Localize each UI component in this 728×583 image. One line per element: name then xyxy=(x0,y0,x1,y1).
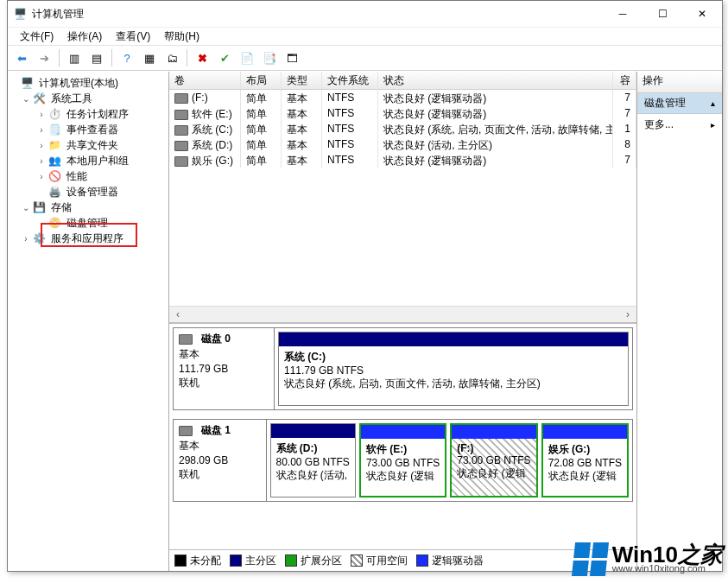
tree-root[interactable]: 计算机管理(本地) xyxy=(37,75,120,92)
tree-disk-management[interactable]: 磁盘管理 xyxy=(65,215,110,231)
scheduler-icon: ⏱️ xyxy=(47,107,61,121)
expander-icon[interactable]: › xyxy=(35,172,47,181)
properties-pane-button[interactable]: ▤ xyxy=(86,48,107,68)
menu-help[interactable]: 帮助(H) xyxy=(161,28,203,46)
disk-block: 磁盘 0基本111.79 GB联机系统 (C:)111.79 GB NTFS状态… xyxy=(173,327,633,410)
storage-icon: 💾 xyxy=(32,200,46,214)
toolbar: ⬅ ➔ ▥ ▤ ? ▦ 🗂 ✖ ✔ 📄 📑 🗔 xyxy=(8,46,722,71)
col-type[interactable]: 类型 xyxy=(282,72,322,89)
close-button[interactable]: ✕ xyxy=(682,1,722,27)
partition[interactable]: 软件 (E:)73.00 GB NTFS状态良好 (逻辑 xyxy=(359,423,446,497)
disk-block: 磁盘 1基本298.09 GB联机系统 (D:)80.00 GB NTFS状态良… xyxy=(173,419,633,502)
partition-body: 系统 (D:)80.00 GB NTFS状态良好 (活动, xyxy=(271,438,355,497)
legend-extended: 扩展分区 xyxy=(301,554,342,567)
disk-icon xyxy=(179,426,193,436)
expander-icon[interactable]: › xyxy=(35,110,47,119)
partition-title: (F:) xyxy=(457,442,473,454)
volume-row[interactable]: (F:)简单基本NTFS状态良好 (逻辑驱动器)7 xyxy=(169,90,636,105)
tree-local-users[interactable]: 本地用户和组 xyxy=(65,153,130,169)
disk-name: 磁盘 0 xyxy=(201,332,231,346)
disk-info: 磁盘 0基本111.79 GB联机 xyxy=(174,328,275,409)
volume-row[interactable]: 系统 (C:)简单基本NTFS状态良好 (系统, 启动, 页面文件, 活动, 故… xyxy=(169,121,636,136)
volume-icon xyxy=(174,141,188,151)
show-hide-tree-button[interactable]: ▥ xyxy=(64,48,85,68)
window-title: 计算机管理 xyxy=(32,7,603,22)
tree-system-tools[interactable]: 系统工具 xyxy=(49,91,94,107)
tree-performance[interactable]: 性能 xyxy=(65,168,89,185)
actions-section-label: 磁盘管理 xyxy=(644,96,686,111)
volume-icon xyxy=(174,110,188,120)
volume-icon xyxy=(174,125,188,136)
actions-header: 操作 xyxy=(637,72,722,93)
minimize-button[interactable]: ─ xyxy=(603,1,643,27)
actions-section[interactable]: 磁盘管理 ▴ xyxy=(637,93,722,114)
partition-body: (F:)73.00 GB NTFS状态良好 (逻辑 xyxy=(452,439,535,496)
view-top-button[interactable]: ▦ xyxy=(139,48,160,68)
expander-icon[interactable]: › xyxy=(35,156,47,166)
scroll-left-icon[interactable]: ‹ xyxy=(171,308,185,320)
action-button[interactable]: 📑 xyxy=(259,48,280,68)
volume-row[interactable]: 娱乐 (G:)简单基本NTFS状态良好 (逻辑驱动器)7 xyxy=(169,152,636,168)
settings-button[interactable]: 🗂 xyxy=(161,48,182,68)
tree-shared-folders[interactable]: 共享文件夹 xyxy=(65,137,120,154)
computer-icon: 🖥️ xyxy=(20,76,34,90)
partition[interactable]: (F:)73.00 GB NTFS状态良好 (逻辑 xyxy=(450,423,537,497)
tree-task-scheduler[interactable]: 任务计划程序 xyxy=(65,106,130,123)
disk-type: 基本 xyxy=(179,439,261,453)
actions-more[interactable]: 更多... ▸ xyxy=(637,114,722,136)
partition-stripe xyxy=(452,425,535,439)
volume-icon xyxy=(174,156,188,167)
expander-icon[interactable]: › xyxy=(35,141,47,150)
partition-size: 72.08 GB NTFS xyxy=(548,457,622,469)
partition[interactable]: 娱乐 (G:)72.08 GB NTFS状态良好 (逻辑 xyxy=(541,423,629,497)
col-status[interactable]: 状态 xyxy=(378,72,613,89)
collapse-icon[interactable]: ▴ xyxy=(711,98,715,108)
tree-device-manager[interactable]: 设备管理器 xyxy=(65,184,120,200)
scroll-right-icon[interactable]: › xyxy=(621,308,635,320)
tree-services[interactable]: 服务和应用程序 xyxy=(49,231,125,247)
expander-icon[interactable]: › xyxy=(35,125,47,135)
menu-action[interactable]: 操作(A) xyxy=(64,28,105,46)
partition-body: 系统 (C:)111.79 GB NTFS状态良好 (系统, 启动, 页面文件,… xyxy=(279,346,628,405)
volume-row[interactable]: 系统 (D:)简单基本NTFS状态良好 (活动, 主分区)8 xyxy=(169,136,636,152)
partition-stripe xyxy=(543,425,627,439)
partition-stripe xyxy=(279,333,628,346)
horizontal-scrollbar[interactable]: ‹ › xyxy=(169,306,636,322)
partition-size: 111.79 GB NTFS xyxy=(284,364,364,377)
col-fs[interactable]: 文件系统 xyxy=(322,72,378,89)
legend-primary: 主分区 xyxy=(245,554,276,567)
volume-row[interactable]: 软件 (E:)简单基本NTFS状态良好 (逻辑驱动器)7 xyxy=(169,105,636,121)
col-volume[interactable]: 卷 xyxy=(169,72,241,89)
disk-icon xyxy=(179,334,193,345)
forward-button[interactable]: ➔ xyxy=(34,48,54,68)
disk-state: 联机 xyxy=(179,467,261,482)
help-button[interactable]: ? xyxy=(117,48,137,68)
extra-button[interactable]: 🗔 xyxy=(282,48,302,68)
services-icon: ⚙️ xyxy=(32,231,46,245)
tree-event-viewer[interactable]: 事件查看器 xyxy=(65,122,120,138)
actions-more-label: 更多... xyxy=(644,117,674,132)
back-button[interactable]: ⬅ xyxy=(11,48,32,68)
event-icon: 🗒️ xyxy=(47,123,61,136)
partition-title: 系统 (D:) xyxy=(276,442,318,454)
maximize-button[interactable]: ☐ xyxy=(643,1,682,27)
partition-status: 状态良好 (逻辑 xyxy=(457,467,525,479)
legend-unallocated: 未分配 xyxy=(190,554,221,567)
expander-icon[interactable]: ⌄ xyxy=(20,94,32,104)
expander-icon[interactable]: › xyxy=(20,234,32,244)
col-capacity[interactable]: 容 xyxy=(613,72,636,89)
col-layout[interactable]: 布局 xyxy=(241,72,282,89)
menu-view[interactable]: 查看(V) xyxy=(112,28,154,46)
menu-file[interactable]: 文件(F) xyxy=(16,28,57,46)
refresh-button[interactable]: ✔ xyxy=(214,48,235,68)
disk-partitions: 系统 (D:)80.00 GB NTFS状态良好 (活动,软件 (E:)73.0… xyxy=(267,420,633,501)
legend-logical: 逻辑驱动器 xyxy=(432,554,484,567)
partition[interactable]: 系统 (C:)111.79 GB NTFS状态良好 (系统, 启动, 页面文件,… xyxy=(278,332,629,406)
disk-info: 磁盘 1基本298.09 GB联机 xyxy=(174,420,267,501)
partition[interactable]: 系统 (D:)80.00 GB NTFS状态良好 (活动, xyxy=(270,423,356,497)
expander-icon[interactable]: ⌄ xyxy=(20,203,32,212)
delete-button[interactable]: ✖ xyxy=(192,48,212,68)
partition-status: 状态良好 (逻辑 xyxy=(548,470,617,482)
rescan-button[interactable]: 📄 xyxy=(237,48,257,68)
tree-storage[interactable]: 存储 xyxy=(49,200,73,216)
